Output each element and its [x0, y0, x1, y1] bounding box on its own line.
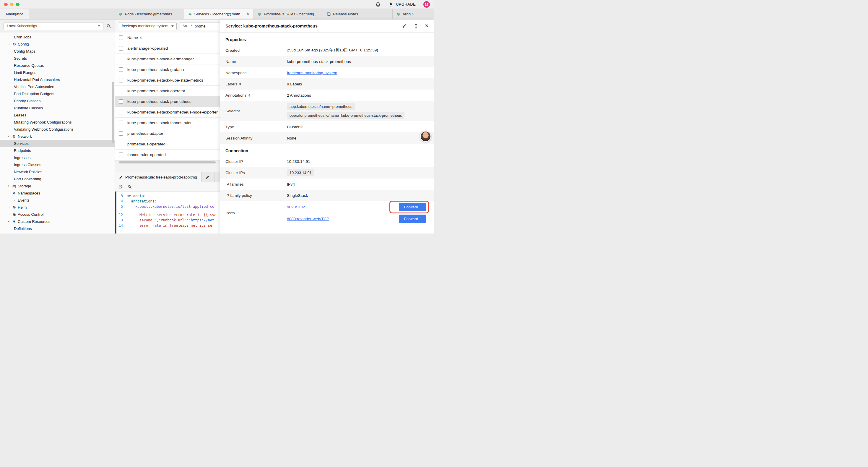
chevron-collapsed-icon[interactable]: › [6, 205, 11, 209]
row-checkbox[interactable] [119, 121, 123, 125]
sidebar-item-config[interactable]: ›⚙Config [0, 40, 115, 48]
sidebar-item-ingresses[interactable]: Ingresses [0, 154, 115, 161]
kubeconfig-dropdown[interactable]: Local Kubeconfigs [4, 22, 103, 30]
code-text: kubectl.kubernetes.io/last-applied-co [127, 204, 214, 209]
row-checkbox[interactable] [119, 89, 123, 93]
sidebar-item-secrets[interactable]: Secrets [0, 55, 115, 62]
close-icon[interactable]: ✕ [425, 23, 429, 29]
sidebar-item-resource-quotas[interactable]: Resource Quotas [0, 62, 115, 69]
tab-release-notes[interactable]: ❏Release Notes [323, 9, 393, 19]
sidebar-item-events[interactable]: ›◔Events [0, 197, 115, 204]
sidebar-item-cron-jobs[interactable]: Cron Jobs [0, 33, 115, 40]
tab-services-icecheng-math[interactable]: ☸Services - icecheng@math...✕ [184, 9, 254, 19]
chevron-down-icon [248, 95, 250, 97]
regex-toggle[interactable]: .* [190, 24, 192, 28]
row-checkbox[interactable] [119, 57, 123, 61]
sidebar-item-namespaces[interactable]: ›❖Namespaces [0, 189, 115, 197]
upgrade-button[interactable]: UPGRADE [388, 2, 416, 7]
port-link[interactable]: 8080:reloader-web/TCP [287, 217, 329, 221]
sort-updown-icon[interactable] [239, 83, 241, 85]
sidebar-scrollbar-thumb[interactable] [112, 82, 114, 143]
sidebar-item-port-forwarding[interactable]: Port Forwarding [0, 175, 115, 182]
tab-prometheus-rules-icecheng[interactable]: ☸Prometheus Rules - icecheng... [254, 9, 323, 19]
window-controls [4, 3, 20, 6]
tab-argo-s[interactable]: ☸Argo S [393, 9, 434, 19]
sidebar-item-mutating-webhook-configurations[interactable]: Mutating Webhook Configurations [0, 119, 115, 126]
edit-pencil-icon[interactable] [402, 24, 407, 28]
sidebar-item-storage[interactable]: ›▤Storage [0, 182, 115, 189]
property-key: Name [225, 59, 287, 64]
column-header-name[interactable]: Name [127, 35, 142, 40]
property-value-link[interactable]: freeleaps-monitoring-system [287, 71, 337, 75]
row-checkbox[interactable] [119, 99, 123, 104]
minimize-window-button[interactable] [10, 3, 13, 6]
chevron-expanded-icon[interactable]: › [7, 219, 11, 224]
property-key: Annotations [225, 93, 287, 97]
property-key: Ports [225, 211, 287, 215]
chevron-expanded-icon[interactable]: › [7, 134, 11, 139]
sidebar-item-validating-webhook-configurations[interactable]: Validating Webhook Configurations [0, 126, 115, 133]
sidebar-item-label: Mutating Webhook Configurations [14, 120, 72, 124]
upgrade-rocket-icon [388, 2, 394, 7]
editor-tab-prometheusrule[interactable]: PrometheusRule: freeleaps-prod-rabbitmq [115, 172, 202, 182]
sidebar-item-horizontal-pod-autoscalers[interactable]: Horizontal Pod Autoscalers [0, 76, 115, 83]
row-checkbox[interactable] [119, 110, 123, 114]
kubernetes-icon: ☸ [397, 12, 400, 17]
row-name: prometheus-operated [127, 142, 165, 146]
sidebar-item-label: Namespaces [18, 191, 40, 195]
sidebar-item-ingress-classes[interactable]: Ingress Classes [0, 161, 115, 168]
tab-pods-icecheng-mathmas[interactable]: ☸Pods - icecheng@mathmas... [115, 9, 184, 19]
sidebar-item-vertical-pod-autoscalers[interactable]: Vertical Pod Autoscalers [0, 83, 115, 90]
bell-icon[interactable] [375, 2, 380, 7]
sidebar-item-helm[interactable]: ›☸Helm [0, 204, 115, 211]
sidebar-item-priority-classes[interactable]: Priority Classes [0, 97, 115, 104]
port-link[interactable]: 9090/TCP [287, 205, 305, 209]
sidebar-item-label: Endpoints [14, 148, 31, 153]
gear-icon: ⚙ [11, 42, 17, 47]
editor-tab-partial[interactable] [202, 172, 215, 182]
sidebar-item-pod-disruption-budgets[interactable]: Pod Disruption Budgets [0, 90, 115, 97]
forward-arrow-icon[interactable]: → [35, 2, 39, 7]
save-icon[interactable] [119, 184, 123, 189]
sidebar-item-access-control[interactable]: ›◉Access Control [0, 211, 115, 218]
row-checkbox[interactable] [119, 78, 123, 83]
forward-button[interactable]: Forward... [399, 214, 426, 223]
zoom-window-button[interactable] [16, 3, 20, 6]
sidebar-item-runtime-classes[interactable]: Runtime Classes [0, 104, 115, 111]
sidebar-item-limit-ranges[interactable]: Limit Ranges [0, 69, 115, 76]
notification-badge[interactable]: 15 [423, 1, 430, 8]
row-checkbox[interactable] [119, 142, 123, 146]
sidebar-search-icon[interactable] [106, 24, 111, 28]
match-case-toggle[interactable]: Aa [183, 24, 187, 28]
chevron-expanded-icon[interactable]: › [7, 42, 11, 47]
sidebar-item-endpoints[interactable]: Endpoints [0, 147, 115, 154]
tab-navigator[interactable]: Navigator [0, 9, 29, 19]
helm-icon: ☸ [11, 205, 17, 209]
back-arrow-icon[interactable]: ← [25, 2, 30, 7]
row-checkbox[interactable] [119, 67, 123, 72]
sidebar-item-config-maps[interactable]: Config Maps [0, 48, 115, 55]
sidebar-item-leases[interactable]: Leases [0, 111, 115, 119]
sidebar-item-network[interactable]: ›⇅Network [0, 133, 115, 140]
sidebar-item-network-policies[interactable]: Network Policies [0, 168, 115, 175]
forward-button[interactable]: Forward... [399, 203, 426, 211]
sidebar-item-custom-resources[interactable]: ›✱Custom Resources [0, 218, 115, 225]
user-avatar[interactable] [420, 131, 431, 142]
property-key: Namespace [225, 71, 287, 75]
chevron-collapsed-icon[interactable]: › [6, 212, 11, 216]
row-name: kube-prometheus-stack-operator [127, 89, 185, 93]
row-checkbox[interactable] [119, 152, 123, 157]
sort-updown-icon[interactable] [248, 94, 250, 97]
namespace-dropdown[interactable]: freeleaps-monitoring-system [119, 22, 177, 30]
editor-search-icon[interactable] [128, 185, 132, 189]
select-all-checkbox[interactable] [119, 35, 123, 40]
trash-icon[interactable] [414, 24, 418, 28]
chevron-collapsed-icon[interactable]: › [6, 184, 11, 188]
sidebar-item-services[interactable]: Services [0, 140, 115, 147]
row-checkbox[interactable] [119, 131, 123, 136]
close-window-button[interactable] [4, 3, 8, 6]
close-icon[interactable]: ✕ [247, 12, 250, 16]
sidebar-item-definitions[interactable]: Definitions [0, 225, 115, 232]
row-checkbox[interactable] [119, 46, 123, 51]
horizontal-scrollbar-thumb[interactable] [119, 162, 216, 164]
